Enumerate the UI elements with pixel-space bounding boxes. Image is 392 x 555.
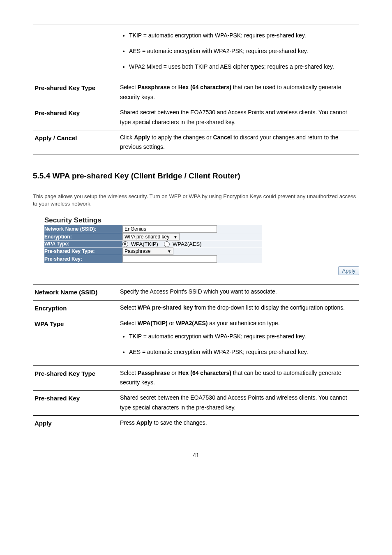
wpa2-aes-radio[interactable] bbox=[164, 241, 170, 247]
row-psk-label: Pre-shared Key bbox=[33, 105, 118, 130]
t2-apply-desc: Press Apply to save the changes. bbox=[118, 415, 359, 431]
row-psk-type-label: Pre-shared Key Type bbox=[33, 80, 118, 105]
psk-input[interactable] bbox=[122, 255, 217, 263]
psk-type-label: Pre-shared Key Type: bbox=[44, 247, 122, 255]
t2-enc-label: Encryption bbox=[33, 300, 118, 316]
wpa-type-label: WPA Type: bbox=[44, 240, 122, 247]
row-psk-type-desc: Select Passphrase or Hex (64 characters)… bbox=[118, 80, 359, 105]
cipher-bullets: TKIP = automatic encryption with WPA-PSK… bbox=[120, 31, 357, 72]
row-apply-cancel-desc: Click Apply to apply the changes or Canc… bbox=[118, 130, 359, 155]
chevron-down-icon: ▼ bbox=[173, 234, 178, 239]
definition-table-2: Network Name (SSID) Specify the Access P… bbox=[33, 284, 359, 431]
t2-enc-desc: Select WPA pre-shared key from the drop-… bbox=[118, 300, 359, 316]
t2-apply-label: Apply bbox=[33, 415, 118, 431]
t2-pskt-label: Pre-shared Key Type bbox=[33, 365, 118, 391]
row-psk-desc: Shared secret between the EOA7530 and Ac… bbox=[118, 105, 359, 130]
t2-bullet-aes: AES = automatic encryption with WPA2-PSK… bbox=[129, 347, 357, 357]
row-apply-cancel-label: Apply / Cancel bbox=[33, 130, 118, 155]
encryption-select[interactable]: WPA pre-shared key▼ bbox=[122, 233, 180, 240]
apply-button[interactable]: Apply bbox=[338, 266, 359, 275]
security-settings-panel: Security Settings Network Name (SSID): E… bbox=[44, 216, 359, 264]
ssid-label: Network Name (SSID): bbox=[44, 225, 122, 233]
page-number: 41 bbox=[33, 452, 359, 458]
t2-ssid-label: Network Name (SSID) bbox=[33, 284, 118, 301]
bullet-tkip: TKIP = automatic encryption with WPA-PSK… bbox=[129, 31, 357, 41]
t2-bullet-tkip: TKIP = automatic encryption with WPA-PSK… bbox=[129, 332, 357, 342]
wpa-type-field: WPA(TKIP) WPA2(AES) bbox=[122, 240, 262, 247]
bullet-aes: AES = automatic encryption with WPA2-PSK… bbox=[129, 46, 357, 56]
psk-label: Pre-shared Key: bbox=[44, 255, 122, 263]
security-settings-title: Security Settings bbox=[44, 216, 359, 224]
t2-ssid-desc: Specify the Access Point's SSID which yo… bbox=[118, 284, 359, 301]
ssid-input[interactable] bbox=[122, 225, 217, 233]
t2-wpatype-label: WPA Type bbox=[33, 316, 118, 365]
wpa2-aes-label: WPA2(AES) bbox=[173, 241, 202, 247]
psk-type-select[interactable]: Passphrase▼ bbox=[122, 247, 173, 255]
t2-psk-desc: Shared secret between the EOA7530 and Ac… bbox=[118, 391, 359, 416]
intro-paragraph: This page allows you setup the wireless … bbox=[33, 193, 359, 208]
encryption-label: Encryption: bbox=[44, 233, 122, 240]
chevron-down-icon: ▼ bbox=[167, 249, 171, 254]
t2-pskt-desc: Select Passphrase or Hex (64 characters)… bbox=[118, 365, 359, 391]
wpa-tkip-radio[interactable] bbox=[122, 241, 128, 247]
definition-table-1: TKIP = automatic encryption with WPA-PSK… bbox=[33, 25, 359, 155]
bullet-mixed: WPA2 Mixed = uses both TKIP and AES ciph… bbox=[129, 62, 357, 72]
t2-wpatype-desc: Select WPA(TKIP) or WPA2(AES) as your au… bbox=[118, 316, 359, 365]
t2-psk-label: Pre-shared Key bbox=[33, 391, 118, 416]
wpa-tkip-label: WPA(TKIP) bbox=[131, 241, 158, 247]
section-heading: 5.5.4 WPA pre-shared Key (Client Bridge … bbox=[33, 171, 359, 180]
